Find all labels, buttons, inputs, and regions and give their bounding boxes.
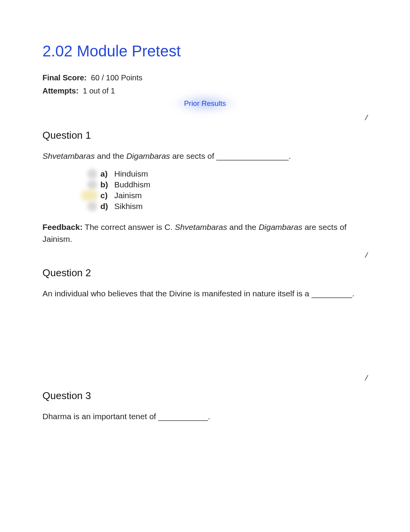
- question-1-choices: a) Hinduism b) Buddhism c) Jainism d) Si…: [100, 169, 368, 211]
- choice-b[interactable]: b) Buddhism: [100, 180, 368, 189]
- score-mark-1: /: [42, 112, 368, 122]
- score-mark-3: /: [42, 373, 368, 383]
- score-mark-2: /: [42, 250, 368, 260]
- radio-icon: [81, 190, 98, 201]
- question-3-text: Dharma is an important tenet of ________…: [42, 410, 368, 423]
- radio-icon: [87, 169, 97, 179]
- choice-c[interactable]: c) Jainism: [100, 191, 368, 200]
- choice-a[interactable]: a) Hinduism: [100, 169, 368, 178]
- page-title: 2.02 Module Pretest: [42, 42, 368, 60]
- final-score-label: Final Score:: [42, 73, 86, 82]
- question-1-text: Shvetambaras and the Digambaras are sect…: [42, 150, 368, 162]
- question-2: Question 2 An individual who believes th…: [42, 267, 368, 300]
- question-3-heading: Question 3: [42, 390, 368, 402]
- question-2-text: An individual who believes that the Divi…: [42, 287, 368, 300]
- question-3: Question 3 Dharma is an important tenet …: [42, 390, 368, 423]
- prior-results-link[interactable]: Prior Results: [184, 99, 226, 108]
- radio-icon: [87, 180, 97, 190]
- question-1: Question 1 Shvetambaras and the Digambar…: [42, 129, 368, 245]
- choice-d[interactable]: d) Sikhism: [100, 202, 368, 211]
- question-1-heading: Question 1: [42, 129, 368, 141]
- attempts-label: Attempts:: [42, 87, 78, 95]
- radio-icon: [87, 201, 97, 211]
- question-2-heading: Question 2: [42, 267, 368, 279]
- question-1-feedback: Feedback: The correct answer is C. Shvet…: [42, 221, 368, 245]
- final-score: Final Score: 60 / 100 Points: [42, 71, 368, 84]
